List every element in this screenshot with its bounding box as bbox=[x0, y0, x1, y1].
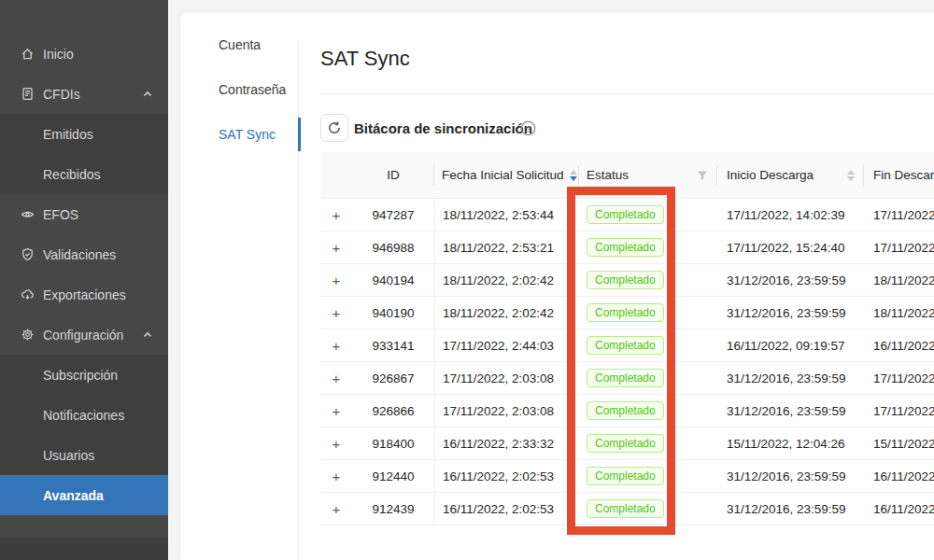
cell-inicio-descarga: 31/12/2016, 23:59:59 bbox=[717, 362, 864, 394]
home-icon bbox=[21, 47, 35, 61]
table-row: + 926866 17/11/2022, 2:03:08 Completado … bbox=[320, 395, 934, 427]
chevron-up-icon bbox=[142, 329, 153, 341]
expand-row-button[interactable]: + bbox=[320, 329, 352, 361]
help-icon[interactable]: ? bbox=[520, 120, 536, 136]
expand-row-button[interactable]: + bbox=[320, 427, 352, 459]
gear-icon bbox=[21, 328, 35, 342]
cell-estatus: Completado bbox=[579, 427, 717, 459]
cell-fecha-inicial: 17/11/2022, 2:03:08 bbox=[434, 395, 579, 427]
table-row: + 940194 18/11/2022, 2:02:42 Completado … bbox=[320, 264, 934, 297]
cell-id: 926866 bbox=[352, 395, 434, 427]
sidebar-item-efos[interactable]: EFOS bbox=[0, 194, 168, 234]
col-header-fin-descarga[interactable]: Fin Descarga bbox=[864, 152, 934, 198]
cell-inicio-descarga: 31/12/2016, 23:59:59 bbox=[717, 297, 864, 329]
col-header-inicio-descarga[interactable]: Inicio Descarga bbox=[717, 152, 864, 198]
status-badge: Completado bbox=[587, 336, 664, 355]
sidebar-item-exportaciones[interactable]: Exportaciones bbox=[0, 274, 168, 315]
status-badge: Completado bbox=[587, 434, 664, 453]
cell-estatus: Completado bbox=[579, 264, 717, 296]
refresh-button[interactable] bbox=[320, 114, 348, 142]
cell-id: 912439 bbox=[352, 493, 434, 525]
cell-inicio-descarga: 31/12/2016, 23:59:59 bbox=[717, 395, 864, 427]
status-badge: Completado bbox=[587, 369, 664, 387]
col-header-expand bbox=[320, 152, 352, 198]
cell-fin-descarga: 17/11/2022, bbox=[864, 395, 934, 427]
cell-id: 933141 bbox=[352, 329, 434, 361]
cell-fin-descarga: 17/11/2022, bbox=[864, 362, 934, 394]
sidebar-item-inicio[interactable]: Inicio bbox=[0, 34, 168, 74]
cell-fecha-inicial: 17/11/2022, 2:44:03 bbox=[434, 329, 579, 361]
sidebar: Inicio CFDIs Emitidos Recibidos EFOS Val… bbox=[0, 0, 168, 560]
cell-estatus: Completado bbox=[579, 362, 717, 394]
col-header-fecha-inicial[interactable]: Fecha Inicial Solicitud bbox=[434, 152, 579, 198]
eye-icon bbox=[21, 207, 35, 221]
table-row: + 926867 17/11/2022, 2:03:08 Completado … bbox=[320, 362, 934, 395]
expand-row-button[interactable]: + bbox=[320, 493, 352, 525]
cell-fecha-inicial: 18/11/2022, 2:02:42 bbox=[434, 297, 579, 329]
sidebar-item-recibidos[interactable]: Recibidos bbox=[0, 154, 168, 194]
table-row: + 912440 16/11/2022, 2:02:53 Completado … bbox=[320, 460, 934, 493]
table-body: + 947287 18/11/2022, 2:53:44 Completado … bbox=[320, 199, 934, 525]
cell-id: 940194 bbox=[352, 264, 434, 296]
settings-tab-contrasena[interactable]: Contraseña bbox=[180, 67, 298, 112]
cell-inicio-descarga: 16/11/2022, 09:19:57 bbox=[717, 329, 864, 361]
sidebar-item-subscripcion[interactable]: Subscripción bbox=[0, 355, 168, 395]
chevron-up-icon bbox=[142, 89, 153, 100]
expand-row-button[interactable]: + bbox=[320, 297, 352, 329]
sort-icon bbox=[570, 170, 577, 181]
sidebar-item-notificaciones[interactable]: Notificaciones bbox=[0, 395, 168, 435]
expand-row-button[interactable]: + bbox=[320, 264, 352, 296]
cell-id: 926867 bbox=[352, 362, 434, 394]
table-header-row: ID Fecha Inicial Solicitud Estatus Inici… bbox=[320, 152, 934, 199]
settings-nav: Cuenta Contraseña SAT Sync bbox=[180, 22, 298, 157]
cell-id: 940190 bbox=[352, 297, 434, 329]
sidebar-item-label: EFOS bbox=[43, 207, 78, 222]
sync-log-table: ID Fecha Inicial Solicitud Estatus Inici… bbox=[320, 152, 934, 525]
expand-row-button[interactable]: + bbox=[320, 231, 352, 263]
document-icon bbox=[21, 87, 35, 101]
cell-fin-descarga: 16/11/2022, bbox=[864, 493, 934, 525]
cell-estatus: Completado bbox=[579, 329, 717, 361]
table-row: + 947287 18/11/2022, 2:53:44 Completado … bbox=[320, 199, 934, 231]
sidebar-item-configuracion[interactable]: Configuración bbox=[0, 315, 168, 355]
page-title: SAT Sync bbox=[320, 47, 410, 71]
cell-fin-descarga: 16/11/2022, bbox=[864, 460, 934, 492]
sidebar-item-label: CFDIs bbox=[43, 87, 80, 102]
status-badge: Completado bbox=[587, 401, 664, 420]
sidebar-item-avanzada[interactable]: Avanzada bbox=[0, 475, 168, 515]
cell-fecha-inicial: 17/11/2022, 2:03:08 bbox=[434, 362, 579, 394]
cell-id: 918400 bbox=[352, 427, 434, 459]
sidebar-item-emitidos[interactable]: Emitidos bbox=[0, 114, 168, 154]
settings-tab-sat-sync[interactable]: SAT Sync bbox=[180, 112, 298, 157]
expand-row-button[interactable]: + bbox=[320, 362, 352, 394]
cell-inicio-descarga: 15/11/2022, 12:04:26 bbox=[717, 427, 864, 459]
expand-row-button[interactable]: + bbox=[320, 460, 352, 492]
status-badge: Completado bbox=[587, 238, 664, 257]
sidebar-item-label: Inicio bbox=[43, 47, 74, 62]
title-divider bbox=[320, 93, 934, 94]
cell-inicio-descarga: 17/11/2022, 14:02:39 bbox=[717, 199, 864, 231]
expand-row-button[interactable]: + bbox=[320, 395, 352, 427]
status-badge: Completado bbox=[587, 499, 664, 518]
table-row: + 940190 18/11/2022, 2:02:42 Completado … bbox=[320, 297, 934, 329]
cell-inicio-descarga: 31/12/2016, 23:59:59 bbox=[717, 264, 864, 296]
col-header-estatus[interactable]: Estatus bbox=[579, 152, 717, 198]
cell-fin-descarga: 17/11/2022, bbox=[864, 231, 934, 263]
status-badge: Completado bbox=[587, 271, 664, 289]
sidebar-item-cfdis[interactable]: CFDIs bbox=[0, 74, 168, 114]
cell-estatus: Completado bbox=[579, 199, 717, 231]
filter-icon[interactable] bbox=[697, 170, 708, 181]
cell-estatus: Completado bbox=[579, 297, 717, 329]
cell-estatus: Completado bbox=[579, 493, 717, 525]
cell-id: 946988 bbox=[352, 231, 434, 263]
cell-inicio-descarga: 17/11/2022, 15:24:40 bbox=[717, 231, 864, 263]
cell-fin-descarga: 16/11/2022, bbox=[864, 329, 934, 361]
shield-check-icon bbox=[21, 247, 35, 261]
cloud-download-icon bbox=[21, 287, 35, 301]
expand-row-button[interactable]: + bbox=[320, 199, 352, 231]
col-header-id[interactable]: ID bbox=[352, 152, 434, 198]
sidebar-item-validaciones[interactable]: Validaciones bbox=[0, 234, 168, 274]
cell-fecha-inicial: 18/11/2022, 2:53:21 bbox=[434, 231, 579, 263]
settings-tab-cuenta[interactable]: Cuenta bbox=[180, 22, 298, 67]
sidebar-item-usuarios[interactable]: Usuarios bbox=[0, 435, 168, 475]
